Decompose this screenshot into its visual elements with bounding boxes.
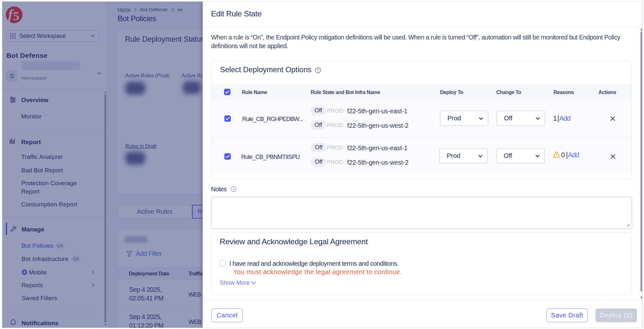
svg-text:?: ? [317,68,319,72]
